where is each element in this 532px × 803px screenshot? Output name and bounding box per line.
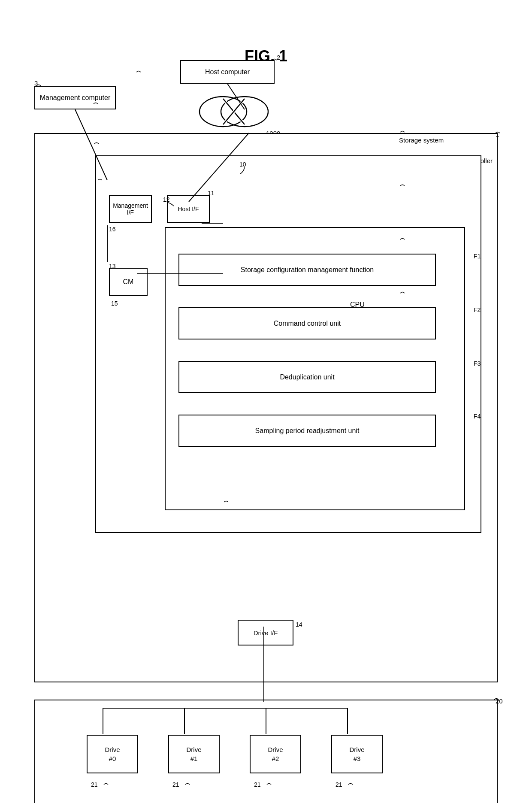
- network-icon: [189, 86, 275, 137]
- host-computer-label: Host computer: [205, 68, 250, 76]
- drive-2-box: Drive #2: [250, 735, 301, 773]
- cm-label: CM: [123, 278, 134, 286]
- ref-13: 13: [109, 263, 116, 270]
- ref-16: 16: [109, 226, 116, 233]
- cm-box: CM: [109, 268, 148, 296]
- drive-1-box: Drive #1: [168, 735, 220, 773]
- host-if-label: Host I/F: [178, 206, 199, 212]
- management-if-box: Management I/F: [109, 195, 152, 223]
- management-computer-label: Management computer: [40, 94, 111, 102]
- network-cloud: [189, 86, 275, 137]
- drive-if-label: Drive I/F: [254, 629, 278, 636]
- diagram-area: FIG. 1 Host computer 2 Management comput…: [26, 34, 506, 790]
- drive-if-box: Drive I/F: [238, 620, 293, 645]
- drive-3-line1: Drive: [349, 745, 364, 754]
- func-f2-label: Command control unit: [274, 320, 341, 327]
- ref-11: 11: [208, 190, 215, 197]
- ref-2: 2: [277, 54, 280, 61]
- drive-2-line2: #2: [272, 754, 279, 763]
- func-f1-label: Storage configuration management functio…: [241, 266, 374, 274]
- ref-f1: F1: [474, 253, 481, 260]
- ref-21-1: 21: [172, 781, 179, 788]
- ref-1: 1: [496, 131, 499, 138]
- drive-3-box: Drive #3: [331, 735, 383, 773]
- svg-point-0: [200, 97, 247, 127]
- storage-system-label: Storage system: [399, 136, 444, 144]
- ref-f4: F4: [474, 413, 481, 420]
- ref-21-2: 21: [254, 781, 261, 788]
- cpu-box: CPU Storage configuration management fun…: [165, 227, 465, 510]
- ref-f2: F2: [474, 306, 481, 313]
- storage-controller-box: Management I/F 16 Host I/F 11 CM 13 15 C…: [95, 155, 481, 533]
- storage-system-box: Storage controller Management I/F 16 Hos…: [34, 133, 498, 682]
- ref-21-0: 21: [91, 781, 98, 788]
- host-if-box: Host I/F: [167, 195, 210, 223]
- func-f4-box: Sampling period readjustment unit: [178, 415, 436, 447]
- drive-0-line1: Drive: [105, 745, 120, 754]
- drive-3-line2: #3: [354, 754, 361, 763]
- func-f2-box: Command control unit: [178, 307, 436, 339]
- drive-0-line2: #0: [109, 754, 116, 763]
- drive-enclosure-box: Drive #0 Drive #1 Drive #2 Drive #3 21 2…: [34, 700, 498, 803]
- func-f3-box: Deduplication unit: [178, 361, 436, 393]
- drive-1-line1: Drive: [186, 745, 201, 754]
- page: FIG. 1 Host computer 2 Management comput…: [0, 0, 532, 803]
- func-f3-label: Deduplication unit: [280, 373, 334, 381]
- ref-3: 3: [34, 79, 38, 87]
- ref-21-3: 21: [336, 781, 342, 788]
- host-computer-box: Host computer: [180, 60, 275, 84]
- drive-1-line2: #1: [190, 754, 198, 763]
- drive-2-line1: Drive: [268, 745, 283, 754]
- svg-point-1: [221, 97, 268, 127]
- ref-20: 20: [496, 697, 503, 705]
- func-f1-box: Storage configuration management functio…: [178, 254, 436, 286]
- ref-15: 15: [111, 300, 118, 307]
- management-computer-box: Management computer: [34, 86, 116, 109]
- ref-f3: F3: [474, 360, 481, 367]
- management-if-label: Management I/F: [110, 202, 151, 216]
- ref-14: 14: [296, 621, 302, 628]
- drive-0-box: Drive #0: [87, 735, 138, 773]
- func-f4-label: Sampling period readjustment unit: [255, 427, 360, 435]
